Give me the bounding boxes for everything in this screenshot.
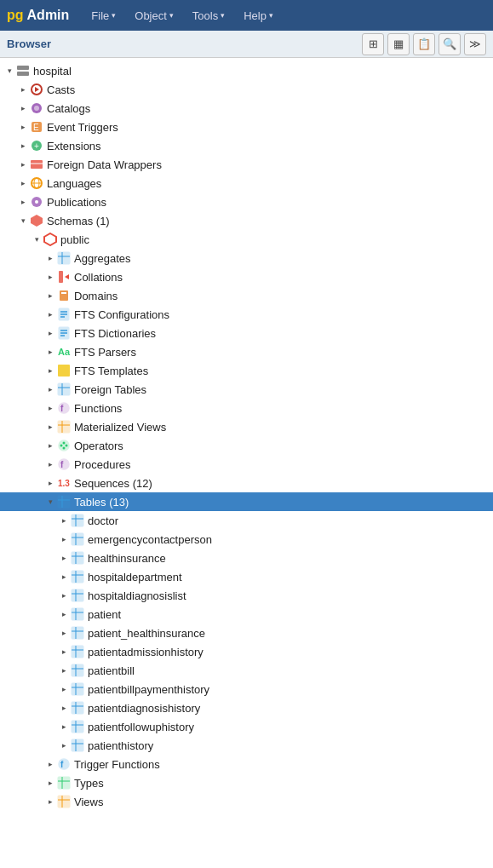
expand-btn-sequences[interactable]: ▸ bbox=[44, 477, 56, 489]
expand-btn-fdw[interactable]: ▸ bbox=[17, 158, 29, 170]
tree-item-patientbill[interactable]: ▸patientbill bbox=[0, 661, 493, 680]
expand-btn-fts-dict[interactable]: ▸ bbox=[44, 327, 56, 339]
tree-item-emergencycontactperson[interactable]: ▸emergencycontactperson bbox=[0, 530, 493, 549]
expand-btn-collations[interactable]: ▸ bbox=[44, 271, 56, 283]
tree-item-hospital[interactable]: ▾hospital bbox=[0, 61, 493, 80]
expand-btn-catalogs[interactable]: ▸ bbox=[17, 102, 29, 114]
expand-btn-fts-templates[interactable]: ▸ bbox=[44, 365, 56, 377]
tree-item-aggregates[interactable]: ▸Aggregates bbox=[0, 249, 493, 267]
tree-item-healthinsurance[interactable]: ▸healthinsurance bbox=[0, 549, 493, 567]
expand-icon-btn[interactable]: ≫ bbox=[464, 33, 486, 55]
expand-btn-aggregates[interactable]: ▸ bbox=[44, 252, 56, 264]
tree-item-patientfollowuphistory[interactable]: ▸patientfollowuphistory bbox=[0, 717, 493, 736]
expand-btn-patientdiagnosishistory[interactable]: ▸ bbox=[58, 702, 70, 714]
expand-btn-emergencycontactperson[interactable]: ▸ bbox=[58, 533, 70, 545]
tree-item-operators[interactable]: ▸Operators bbox=[0, 436, 493, 455]
expand-btn-healthinsurance[interactable]: ▸ bbox=[58, 552, 70, 564]
expand-btn-patient_healthinsurance[interactable]: ▸ bbox=[58, 627, 70, 639]
expand-btn-fts-parsers[interactable]: ▸ bbox=[44, 346, 56, 358]
expand-btn-types[interactable]: ▸ bbox=[44, 777, 56, 789]
tree-item-patient[interactable]: ▸patient bbox=[0, 605, 493, 624]
expand-btn-views[interactable]: ▸ bbox=[44, 796, 56, 808]
tree-item-event-triggers[interactable]: ▸EEvent Triggers bbox=[0, 118, 493, 136]
expand-btn-mat-views[interactable]: ▸ bbox=[44, 421, 56, 433]
tree-item-fts-dict[interactable]: ▸FTS Dictionaries bbox=[0, 324, 493, 342]
tree-item-patientdiagnosishistory[interactable]: ▸patientdiagnosishistory bbox=[0, 698, 493, 717]
tree-item-languages[interactable]: ▸Languages bbox=[0, 174, 493, 193]
tree-item-foreign-tables[interactable]: ▸Foreign Tables bbox=[0, 380, 493, 399]
tree-item-schemas[interactable]: ▾Schemas (1) bbox=[0, 211, 493, 230]
tree-item-extensions[interactable]: ▸+Extensions bbox=[0, 136, 493, 155]
expand-btn-trigger-functions[interactable]: ▸ bbox=[44, 758, 56, 770]
expand-btn-hospitaldepartment[interactable]: ▸ bbox=[58, 571, 70, 583]
expand-btn-casts[interactable]: ▸ bbox=[17, 83, 29, 95]
dashboard-icon-btn[interactable]: ⊞ bbox=[362, 33, 384, 55]
tree-item-doctor[interactable]: ▸doctor bbox=[0, 511, 493, 530]
expand-btn-doctor[interactable]: ▸ bbox=[58, 514, 70, 526]
expand-btn-fts-config[interactable]: ▸ bbox=[44, 308, 56, 320]
tree-item-casts[interactable]: ▸Casts bbox=[0, 80, 493, 99]
expand-btn-domains[interactable]: ▸ bbox=[44, 290, 56, 302]
table-row-icon bbox=[70, 588, 85, 603]
tree-item-patientadmissionhistory[interactable]: ▸patientadmissionhistory bbox=[0, 642, 493, 661]
tree-item-patientbillpaymenthistory[interactable]: ▸patientbillpaymenthistory bbox=[0, 680, 493, 698]
expand-btn-schemas[interactable]: ▾ bbox=[17, 215, 29, 227]
tree-item-domains[interactable]: ▸Domains bbox=[0, 286, 493, 305]
svg-rect-64 bbox=[72, 571, 83, 583]
expand-btn-hospital[interactable]: ▾ bbox=[3, 65, 15, 77]
tree-item-sequences[interactable]: ▸1.3Sequences (12) bbox=[0, 474, 493, 492]
expand-btn-operators[interactable]: ▸ bbox=[44, 440, 56, 451]
table-icon-btn[interactable]: ▦ bbox=[387, 33, 410, 55]
tree-item-fts-config[interactable]: ▸FTS Configurations bbox=[0, 305, 493, 324]
expand-btn-patientbill[interactable]: ▸ bbox=[58, 664, 70, 676]
tree-item-fts-parsers[interactable]: ▸AaFTS Parsers bbox=[0, 342, 493, 361]
expand-btn-procedures[interactable]: ▸ bbox=[44, 458, 56, 470]
tree-item-views[interactable]: ▸Views bbox=[0, 792, 493, 811]
expand-btn-hospitaldiagnosislist[interactable]: ▸ bbox=[58, 589, 70, 601]
nav-menu: File ▾ Object ▾ Tools ▾ Help ▾ bbox=[83, 6, 282, 26]
help-menu[interactable]: Help ▾ bbox=[235, 6, 282, 26]
expand-btn-patientadmissionhistory[interactable]: ▸ bbox=[58, 646, 70, 658]
tree-item-fdw[interactable]: ▸Foreign Data Wrappers bbox=[0, 155, 493, 174]
search-icon-btn[interactable]: 🔍 bbox=[439, 33, 461, 55]
table-row-icon bbox=[70, 663, 85, 678]
svg-rect-67 bbox=[72, 589, 83, 601]
file-menu[interactable]: File ▾ bbox=[83, 6, 124, 26]
expand-btn-event-triggers[interactable]: ▸ bbox=[17, 121, 29, 133]
tree-item-catalogs[interactable]: ▸Catalogs bbox=[0, 99, 493, 118]
tree-item-public[interactable]: ▾public bbox=[0, 230, 493, 249]
expand-btn-publications[interactable]: ▸ bbox=[17, 196, 29, 208]
tree-item-hospitaldepartment[interactable]: ▸hospitaldepartment bbox=[0, 567, 493, 586]
expand-btn-patientfollowuphistory[interactable]: ▸ bbox=[58, 721, 70, 733]
expand-btn-functions[interactable]: ▸ bbox=[44, 402, 56, 414]
tree-item-patient_healthinsurance[interactable]: ▸patient_healthinsurance bbox=[0, 624, 493, 642]
expand-btn-languages[interactable]: ▸ bbox=[17, 177, 29, 189]
expand-btn-foreign-tables[interactable]: ▸ bbox=[44, 383, 56, 395]
tree-item-mat-views[interactable]: ▸Materialized Views bbox=[0, 417, 493, 436]
expand-btn-patientbillpaymenthistory[interactable]: ▸ bbox=[58, 683, 70, 695]
svg-rect-0 bbox=[17, 66, 29, 70]
expand-btn-patienthistory[interactable]: ▸ bbox=[58, 739, 70, 751]
tree-item-publications[interactable]: ▸Publications bbox=[0, 193, 493, 211]
tools-menu[interactable]: Tools ▾ bbox=[184, 6, 233, 26]
tree-item-tables[interactable]: ▾Tables (13) bbox=[0, 492, 493, 511]
tree-item-types[interactable]: ▸Types bbox=[0, 773, 493, 792]
clipboard-icon-btn[interactable]: 📋 bbox=[413, 33, 435, 55]
tree-label-tables: Tables (13) bbox=[74, 496, 129, 509]
expand-btn-public[interactable]: ▾ bbox=[31, 233, 43, 245]
tree-item-hospitaldiagnosislist[interactable]: ▸hospitaldiagnosislist bbox=[0, 586, 493, 605]
expand-btn-tables[interactable]: ▾ bbox=[44, 496, 56, 508]
object-menu[interactable]: Object ▾ bbox=[126, 6, 182, 26]
svg-rect-10 bbox=[31, 160, 43, 169]
tree-item-procedures[interactable]: ▸fProcedures bbox=[0, 455, 493, 474]
expand-btn-extensions[interactable]: ▸ bbox=[17, 140, 29, 152]
tree-item-patienthistory[interactable]: ▸patienthistory bbox=[0, 736, 493, 755]
tree-item-functions[interactable]: ▸fFunctions bbox=[0, 399, 493, 417]
tree-item-fts-templates[interactable]: ▸FTS Templates bbox=[0, 361, 493, 380]
tables-icon bbox=[56, 494, 72, 509]
svg-point-45 bbox=[60, 445, 63, 447]
expand-btn-patient[interactable]: ▸ bbox=[58, 608, 70, 620]
tree-item-trigger-functions[interactable]: ▸fTrigger Functions bbox=[0, 755, 493, 773]
tree-item-collations[interactable]: ▸Collations bbox=[0, 267, 493, 286]
svg-rect-41 bbox=[58, 421, 70, 433]
